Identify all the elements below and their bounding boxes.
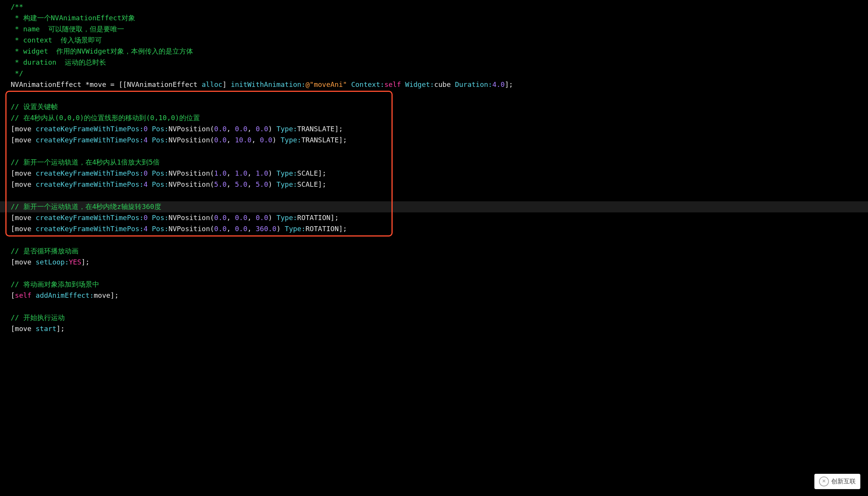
code-token: , <box>227 214 235 222</box>
code-line[interactable]: NVAnimationEffect *move = [[NVAnimationE… <box>0 79 868 90</box>
code-line[interactable]: // 新开一个运动轨道，在4秒内从1倍放大到5倍 <box>0 157 868 168</box>
code-token <box>148 225 152 233</box>
code-token: 0.0 <box>235 225 247 233</box>
code-token <box>31 291 36 299</box>
code-token: , <box>247 169 256 177</box>
code-token: * context 传入场景即可 <box>11 36 102 44</box>
watermark-logo-icon: ✕ <box>819 476 829 486</box>
code-line[interactable]: [move createKeyFrameWithTimePos:4 Pos:NV… <box>0 224 868 235</box>
code-token: setLoop: <box>36 258 69 266</box>
code-token: [ <box>11 291 15 299</box>
code-line[interactable]: // 将动画对象添加到场景中 <box>0 279 868 290</box>
code-token: 0 <box>144 214 148 222</box>
code-token: // 将动画对象添加到场景中 <box>11 280 99 288</box>
code-token <box>148 125 152 133</box>
code-token: // 是否循环播放动画 <box>11 247 79 255</box>
code-token: Pos: <box>152 180 168 188</box>
code-line[interactable]: // 新开一个运动轨道，在4秒内绕z轴旋转360度 <box>0 201 868 212</box>
code-line[interactable]: * duration 运动的总时长 <box>0 57 868 68</box>
code-token: 0.0 <box>214 125 227 133</box>
code-token: [move <box>11 258 36 266</box>
code-token: cube <box>434 80 455 88</box>
code-line[interactable]: * 构建一个NVAnimationEffect对象 <box>0 13 868 24</box>
code-token: Pos: <box>152 214 168 222</box>
code-token: 0.0 <box>255 125 268 133</box>
code-line[interactable]: * context 传入场景即可 <box>0 35 868 46</box>
code-token: , <box>227 225 235 233</box>
code-token: initWithAnimation: <box>231 80 305 88</box>
code-token: * name 可以随便取，但是要唯一 <box>11 25 124 33</box>
code-line[interactable]: // 在4秒内从(0,0,0)的位置线形的移动到(0,10,0)的位置 <box>0 113 868 124</box>
code-line[interactable]: * widget 作用的NVWidget对象，本例传入的是立方体 <box>0 46 868 57</box>
code-editor[interactable]: /** * 构建一个NVAnimationEffect对象 * name 可以随… <box>0 0 868 334</box>
code-token: ] <box>223 80 231 88</box>
code-token: ) <box>268 169 277 177</box>
code-token: [move <box>11 214 36 222</box>
code-token: [move <box>11 125 36 133</box>
code-token: 0.0 <box>214 136 227 144</box>
code-token: move]; <box>94 291 119 299</box>
code-line[interactable] <box>0 268 868 279</box>
code-line[interactable]: // 设置关键帧 <box>0 101 868 113</box>
code-token: createKeyFrameWithTimePos: <box>36 136 144 144</box>
code-token: , <box>247 180 256 188</box>
code-token: // 设置关键帧 <box>11 103 58 111</box>
code-token: 1.0 <box>214 169 227 177</box>
code-token: 4.0 <box>492 80 505 88</box>
code-token: [move <box>11 180 36 188</box>
code-token: ) <box>268 180 277 188</box>
code-token: start <box>36 325 56 333</box>
code-line[interactable]: */ <box>0 68 868 79</box>
code-token <box>148 214 152 222</box>
code-line[interactable]: // 是否循环播放动画 <box>0 246 868 257</box>
code-token: createKeyFrameWithTimePos: <box>36 214 144 222</box>
code-token: @"moveAni" <box>305 80 347 88</box>
code-line[interactable]: [move createKeyFrameWithTimePos:0 Pos:NV… <box>0 124 868 135</box>
code-token: createKeyFrameWithTimePos: <box>36 225 144 233</box>
code-token: NVAnimationEffect *move = [[NVAnimationE… <box>11 80 202 88</box>
code-token: Type: <box>277 125 297 133</box>
code-token: NVPosition( <box>169 180 214 188</box>
code-token: * 构建一个NVAnimationEffect对象 <box>11 14 135 22</box>
code-line[interactable] <box>0 235 868 246</box>
code-token: , <box>227 180 235 188</box>
code-token: 0.0 <box>235 214 247 222</box>
code-line[interactable]: [move createKeyFrameWithTimePos:4 Pos:NV… <box>0 179 868 190</box>
code-token: 360.0 <box>255 225 276 233</box>
code-token: ROTATION]; <box>306 225 347 233</box>
watermark-badge: ✕ 创新互联 <box>814 474 860 489</box>
code-token: 10.0 <box>235 136 251 144</box>
code-token: 5.0 <box>235 180 247 188</box>
code-token: ) <box>268 125 277 133</box>
code-line[interactable] <box>0 146 868 157</box>
code-line[interactable]: * name 可以随便取，但是要唯一 <box>0 24 868 35</box>
code-line[interactable]: [move start]; <box>0 323 868 334</box>
code-token: createKeyFrameWithTimePos: <box>36 125 144 133</box>
code-token: Type: <box>281 136 301 144</box>
code-token: , <box>247 125 256 133</box>
code-token: createKeyFrameWithTimePos: <box>36 180 144 188</box>
code-token: 0.0 <box>214 214 227 222</box>
code-line[interactable] <box>0 301 868 312</box>
code-line[interactable] <box>0 90 868 101</box>
code-token: NVPosition( <box>169 136 214 144</box>
code-token: 1.0 <box>255 169 268 177</box>
code-line[interactable]: [move createKeyFrameWithTimePos:0 Pos:NV… <box>0 168 868 179</box>
code-token: self <box>384 80 401 88</box>
code-token: // 开始执行运动 <box>11 313 65 321</box>
code-line[interactable]: [move createKeyFrameWithTimePos:0 Pos:NV… <box>0 212 868 224</box>
code-token: ) <box>277 225 285 233</box>
code-line[interactable]: // 开始执行运动 <box>0 312 868 323</box>
code-line[interactable] <box>0 190 868 201</box>
code-line[interactable]: [self addAnimEffect:move]; <box>0 290 868 301</box>
code-token: ) <box>272 136 281 144</box>
code-line[interactable]: [move createKeyFrameWithTimePos:4 Pos:NV… <box>0 135 868 146</box>
code-token: 4 <box>144 225 148 233</box>
code-token: ]; <box>56 325 65 333</box>
code-line[interactable]: /** <box>0 2 868 13</box>
code-token: // 新开一个运动轨道，在4秒内从1倍放大到5倍 <box>11 158 160 166</box>
code-token: , <box>227 125 235 133</box>
code-token: Duration: <box>455 80 493 88</box>
code-line[interactable]: [move setLoop:YES]; <box>0 257 868 268</box>
code-token: 1.0 <box>235 169 247 177</box>
